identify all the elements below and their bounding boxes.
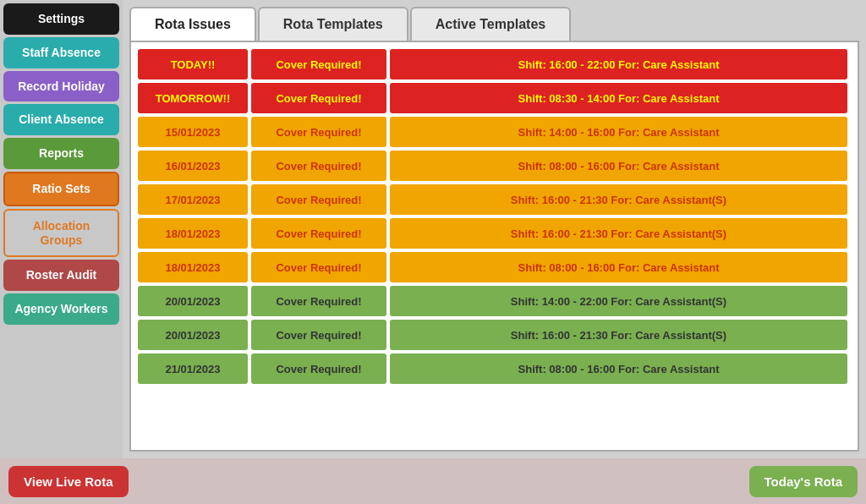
rota-row-row5[interactable]: 17/01/2023Cover Required!Shift: 16:00 - …	[138, 184, 847, 215]
rota-row-row9[interactable]: 20/01/2023Cover Required!Shift: 16:00 - …	[138, 320, 847, 350]
rota-cell-cover: Cover Required!	[251, 286, 386, 316]
rota-cell-date: 16/01/2023	[138, 151, 248, 181]
rota-cell-shift: Shift: 16:00 - 21:30 For: Care Assistant…	[390, 218, 847, 249]
rota-cell-shift: Shift: 08:30 - 14:00 For: Care Assistant	[390, 83, 847, 113]
rota-cell-date: 20/01/2023	[138, 320, 248, 350]
rota-row-row2[interactable]: TOMORROW!!Cover Required!Shift: 08:30 - …	[138, 83, 847, 113]
rota-cell-shift: Shift: 08:00 - 16:00 For: Care Assistant	[390, 252, 847, 282]
sidebar-btn-agency-workers[interactable]: Agency Workers	[3, 293, 119, 325]
rota-cell-date: TOMORROW!!	[138, 83, 248, 113]
rota-cell-cover: Cover Required!	[251, 117, 386, 147]
rota-row-row6[interactable]: 18/01/2023Cover Required!Shift: 16:00 - …	[138, 218, 847, 249]
sidebar-btn-ratio-sets[interactable]: Ratio Sets	[3, 172, 119, 206]
rota-cell-date: 17/01/2023	[138, 184, 248, 215]
main-layout: SettingsStaff AbsenceRecord HolidayClien…	[0, 0, 866, 458]
sidebar-btn-reports[interactable]: Reports	[3, 138, 119, 169]
bottom-bar: View Live Rota Today's Rota	[0, 458, 866, 504]
rota-cell-date: 18/01/2023	[138, 218, 248, 249]
today-rota-button[interactable]: Today's Rota	[749, 466, 858, 497]
tab-rota-issues[interactable]: Rota Issues	[129, 7, 256, 41]
rota-cell-date: 21/01/2023	[138, 353, 248, 384]
table-container: TODAY!!Cover Required!Shift: 16:00 - 22:…	[129, 41, 859, 452]
rota-row-row3[interactable]: 15/01/2023Cover Required!Shift: 14:00 - …	[138, 117, 847, 147]
rota-cell-shift: Shift: 14:00 - 22:00 For: Care Assistant…	[390, 286, 847, 316]
rota-cell-date: 18/01/2023	[138, 252, 248, 282]
rota-cell-cover: Cover Required!	[251, 353, 386, 384]
tab-rota-templates[interactable]: Rota Templates	[258, 7, 408, 41]
rota-cell-cover: Cover Required!	[251, 320, 386, 350]
rota-cell-shift: Shift: 08:00 - 16:00 For: Care Assistant	[390, 151, 847, 181]
rota-cell-cover: Cover Required!	[251, 49, 386, 79]
tab-active-templates[interactable]: Active Templates	[410, 7, 571, 41]
sidebar-btn-allocation-groups[interactable]: Allocation Groups	[3, 209, 119, 258]
rota-cell-shift: Shift: 16:00 - 21:30 For: Care Assistant…	[390, 320, 847, 350]
rota-cell-shift: Shift: 14:00 - 16:00 For: Care Assistant	[390, 117, 847, 147]
sidebar: SettingsStaff AbsenceRecord HolidayClien…	[0, 0, 123, 458]
sidebar-btn-client-absence[interactable]: Client Absence	[3, 104, 119, 135]
rota-cell-cover: Cover Required!	[251, 184, 386, 215]
sidebar-btn-roster-audit[interactable]: Roster Audit	[3, 260, 119, 291]
sidebar-btn-staff-absence[interactable]: Staff Absence	[3, 37, 119, 68]
view-live-rota-button[interactable]: View Live Rota	[8, 466, 129, 497]
content-area: Rota IssuesRota TemplatesActive Template…	[123, 0, 866, 458]
rota-cell-shift: Shift: 08:00 - 16:00 For: Care Assistant	[390, 353, 847, 384]
rota-row-row7[interactable]: 18/01/2023Cover Required!Shift: 08:00 - …	[138, 252, 847, 282]
sidebar-btn-record-holiday[interactable]: Record Holiday	[3, 71, 119, 102]
rota-cell-shift: Shift: 16:00 - 22:00 For: Care Assistant	[390, 49, 847, 79]
rota-cell-cover: Cover Required!	[251, 252, 386, 282]
rota-cell-shift: Shift: 16:00 - 21:30 For: Care Assistant…	[390, 184, 847, 215]
rota-cell-date: 20/01/2023	[138, 286, 248, 316]
rota-cell-date: 15/01/2023	[138, 117, 248, 147]
rota-cell-cover: Cover Required!	[251, 218, 386, 249]
rota-cell-cover: Cover Required!	[251, 83, 386, 113]
rota-row-row10[interactable]: 21/01/2023Cover Required!Shift: 08:00 - …	[138, 353, 847, 384]
sidebar-btn-settings[interactable]: Settings	[3, 3, 119, 35]
rota-cell-date: TODAY!!	[138, 49, 248, 79]
rota-row-row4[interactable]: 16/01/2023Cover Required!Shift: 08:00 - …	[138, 151, 847, 181]
rota-cell-cover: Cover Required!	[251, 151, 386, 181]
rota-table-scroll[interactable]: TODAY!!Cover Required!Shift: 16:00 - 22:…	[138, 49, 851, 443]
rota-row-row8[interactable]: 20/01/2023Cover Required!Shift: 14:00 - …	[138, 286, 847, 316]
rota-row-row1[interactable]: TODAY!!Cover Required!Shift: 16:00 - 22:…	[138, 49, 847, 79]
tab-bar: Rota IssuesRota TemplatesActive Template…	[129, 7, 859, 41]
